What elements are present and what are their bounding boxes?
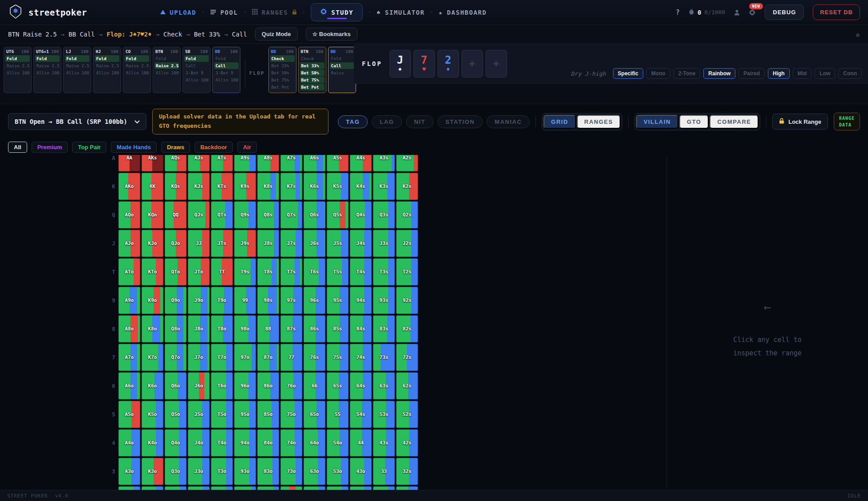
hand-cell[interactable]: A3o [118,458,140,485]
hand-cell[interactable]: A2s [396,155,418,171]
nav-item-dashboard[interactable]: ★DASHBOARD [438,9,487,16]
hand-cell[interactable]: KTo [142,258,163,285]
hand-cell[interactable]: Q3s [373,201,395,228]
hand-cell[interactable]: Q4s [350,201,372,228]
help-icon[interactable]: ? [676,8,680,16]
profile-pill-lag[interactable]: LAG [372,115,402,128]
action-bet-33-[interactable]: Bet 33% [270,62,295,69]
hand-cell[interactable]: Q3o [165,458,187,485]
action-allin-100[interactable]: Allin 100 [184,77,209,83]
texture-chip-specific[interactable]: Specific [613,68,643,79]
hand-cell[interactable]: 63s [373,372,395,399]
favorite-star-icon[interactable]: ☆ [856,30,860,39]
hand-cell[interactable]: 75s [327,344,349,371]
add-card-button[interactable]: + [462,50,483,77]
hand-cell[interactable]: 65o [304,401,325,428]
hand-cell[interactable]: K6o [142,372,163,399]
action-fold[interactable]: Fold [65,55,89,62]
action-fold[interactable]: Fold [35,55,60,62]
hand-cell[interactable]: 95o [234,401,256,428]
hand-cell[interactable]: A4o [118,429,140,456]
hand-cell[interactable]: 84o [257,429,279,456]
hand-cell[interactable]: AA [118,155,140,171]
hand-cell[interactable]: K3o [142,458,163,485]
hand-cell[interactable]: K8s [257,173,279,200]
action-3-bet-9[interactable]: 3-Bet 9 [214,69,239,76]
hand-cell[interactable]: QTo [165,258,187,285]
action-fold[interactable]: Fold [214,55,239,62]
hand-cell[interactable]: QJs [188,201,210,228]
hand-cell[interactable]: 42o [350,486,372,490]
hand-cell[interactable]: T4o [211,429,233,456]
action-fold[interactable]: Fold [95,55,119,62]
hand-cell[interactable]: A8o [118,315,140,342]
nav-item-upload[interactable]: UPLOAD [160,9,196,16]
hand-cell[interactable]: Q7o [165,344,187,371]
texture-chip-2-tone[interactable]: 2-Tone [673,68,700,79]
hand-cell[interactable]: 75o [280,401,302,428]
hand-cell[interactable]: 98o [234,315,256,342]
board-card[interactable]: 2♦ [438,50,459,77]
bookmarks-button[interactable]: ☆ Bookmarks [306,28,357,41]
hand-cell[interactable]: Q6o [165,372,187,399]
filter-backdoor[interactable]: Backdoor [195,142,233,153]
filter-all[interactable]: All [8,142,27,153]
hand-cell[interactable]: TT [211,258,233,285]
hand-cell[interactable]: 86s [304,315,325,342]
filter-top-pair[interactable]: Top Pair [72,142,106,153]
hand-cell[interactable]: K2s [396,173,418,200]
texture-chip-conn[interactable]: Conn [838,68,862,79]
hand-cell[interactable]: A6s [304,155,325,171]
board-card[interactable]: 7♥ [414,50,435,77]
action-bet-pot[interactable]: Bet Pot [300,84,324,90]
filter-made-hands[interactable]: Made Hands [111,142,157,153]
hand-cell[interactable]: QTs [211,201,233,228]
action-bet-75-[interactable]: Bet 75% [270,77,295,83]
hand-cell[interactable]: 42s [396,429,418,456]
hand-cell[interactable]: A3s [373,155,395,171]
hand-cell[interactable]: T2o [211,486,233,490]
hand-cell[interactable]: 53o [327,458,349,485]
hand-cell[interactable]: Q8o [165,315,187,342]
action-fold[interactable]: Fold [5,55,30,62]
hand-cell[interactable]: 94o [234,429,256,456]
hand-cell[interactable]: 87s [280,315,302,342]
action-bet-pot[interactable]: Bet Pot [270,84,295,90]
hand-cell[interactable]: 63o [304,458,325,485]
hand-cell[interactable]: KTs [211,173,233,200]
texture-chip-rainbow[interactable]: Rainbow [703,68,735,79]
hand-cell[interactable]: T4s [350,258,372,285]
hand-cell[interactable]: KQo [142,201,163,228]
hand-cell[interactable]: A9s [234,155,256,171]
hand-cell[interactable]: K9o [142,287,163,314]
filter-premium[interactable]: Premium [32,142,68,153]
view-toggle-ranges[interactable]: RANGES [577,115,621,129]
hand-cell[interactable]: 96o [234,372,256,399]
hand-cell[interactable]: J3s [373,230,395,257]
hand-cell[interactable]: 52s [396,401,418,428]
hand-cell[interactable]: 53s [373,401,395,428]
hand-cell[interactable]: T5o [211,401,233,428]
reset-db-button[interactable]: RESET DB [813,4,860,20]
hand-cell[interactable]: T6s [304,258,325,285]
hand-cell[interactable]: 83o [257,458,279,485]
hand-cell[interactable]: J9o [188,287,210,314]
hand-cell[interactable]: J9s [234,230,256,257]
hand-cell[interactable]: K6s [304,173,325,200]
brand[interactable]: streetpoker [8,4,87,21]
hand-cell[interactable]: Q5s [327,201,349,228]
hand-cell[interactable]: 55 [327,401,349,428]
hand-cell[interactable]: T7o [211,344,233,371]
hand-cell[interactable]: KJs [188,173,210,200]
quiz-mode-button[interactable]: Quiz Mode [255,28,298,41]
hand-cell[interactable]: J5s [327,230,349,257]
hand-cell[interactable]: 43o [350,458,372,485]
hand-cell[interactable]: 97o [234,344,256,371]
hand-cell[interactable]: 65s [327,372,349,399]
hand-cell[interactable]: 73s [373,344,395,371]
texture-chip-low[interactable]: Low [815,68,835,79]
nav-item-pool[interactable]: POOL [210,9,238,16]
texture-chip-high[interactable]: High [768,68,790,79]
hand-cell[interactable]: K8o [142,315,163,342]
hand-cell[interactable]: 94s [350,287,372,314]
